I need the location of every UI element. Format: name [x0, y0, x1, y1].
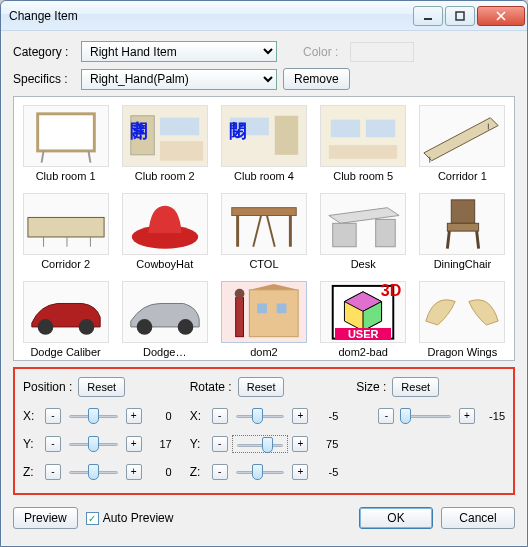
- increment-button[interactable]: +: [126, 408, 142, 424]
- rotate-axis-row: Z:-+-5: [190, 461, 339, 483]
- size-slider[interactable]: [398, 407, 455, 425]
- svg-point-36: [37, 319, 53, 335]
- svg-point-39: [177, 319, 193, 335]
- increment-button[interactable]: +: [292, 408, 308, 424]
- rotate-reset-button[interactable]: Reset: [238, 377, 285, 397]
- position-reset-button[interactable]: Reset: [78, 377, 125, 397]
- gallery-caption: Club room 1: [20, 167, 110, 185]
- svg-rect-11: [275, 116, 298, 155]
- position-slider[interactable]: [65, 463, 122, 481]
- decrement-button[interactable]: -: [212, 436, 228, 452]
- rotate-slider[interactable]: [232, 463, 289, 481]
- footer: Preview ✓ Auto Preview OK Cancel: [13, 501, 515, 529]
- svg-rect-13: [331, 119, 360, 137]
- svg-line-4: [88, 151, 90, 163]
- gallery-thumb: [419, 281, 505, 343]
- rotate-axis-row: X:-+-5: [190, 405, 339, 427]
- gallery-item[interactable]: dom2: [214, 275, 313, 361]
- axis-value: 0: [146, 410, 172, 422]
- remove-button[interactable]: Remove: [283, 68, 350, 90]
- position-column: Position : Reset X:-+0Y:-+17Z:-+0: [23, 377, 172, 487]
- gallery-item[interactable]: Club room 5: [314, 99, 413, 187]
- axis-value: 75: [312, 438, 338, 450]
- size-reset-button[interactable]: Reset: [392, 377, 439, 397]
- category-select[interactable]: Right Hand Item: [81, 41, 277, 62]
- auto-preview-checkbox[interactable]: ✓ Auto Preview: [86, 511, 174, 525]
- increment-button[interactable]: +: [126, 436, 142, 452]
- position-axis-row: X:-+0: [23, 405, 172, 427]
- gallery-thumb: [419, 193, 505, 255]
- decrement-button[interactable]: -: [45, 464, 61, 480]
- axis-label: Z:: [190, 465, 208, 479]
- svg-rect-33: [448, 223, 479, 231]
- svg-rect-24: [232, 207, 296, 215]
- gallery-thumb: [221, 193, 307, 255]
- cancel-button[interactable]: Cancel: [441, 507, 515, 529]
- gallery-item[interactable]: Corridor 1: [413, 99, 512, 187]
- axis-label: Y:: [190, 437, 208, 451]
- position-slider[interactable]: [65, 407, 122, 425]
- svg-rect-44: [277, 303, 287, 313]
- rotate-column: Rotate : Reset X:-+-5Y:-+75Z:-+-5: [190, 377, 339, 487]
- minimize-button[interactable]: [413, 6, 443, 26]
- gallery-item[interactable]: CowboyHat: [115, 187, 214, 275]
- gallery-item[interactable]: Dodge Caliber: [16, 275, 115, 361]
- gallery-thumb: [23, 281, 109, 343]
- svg-rect-8: [160, 141, 203, 161]
- gallery-item[interactable]: 3DUSERdom2-bad: [314, 275, 413, 361]
- svg-rect-19: [28, 217, 104, 237]
- size-axis-row: -+-15: [356, 405, 505, 427]
- svg-rect-31: [376, 219, 396, 246]
- decrement-button[interactable]: -: [45, 436, 61, 452]
- position-slider[interactable]: [65, 435, 122, 453]
- gallery-item[interactable]: Desk: [314, 187, 413, 275]
- maximize-button[interactable]: [445, 6, 475, 26]
- decrement-button[interactable]: -: [378, 408, 394, 424]
- increment-button[interactable]: +: [459, 408, 475, 424]
- specifics-label: Specifics :: [13, 72, 75, 86]
- gallery-item[interactable]: Dragon Wings: [413, 275, 512, 361]
- gallery-item[interactable]: 閉じClub room 4: [214, 99, 313, 187]
- rotate-slider[interactable]: [232, 407, 289, 425]
- gallery-item[interactable]: Corridor 2: [16, 187, 115, 275]
- titlebar[interactable]: Change Item: [1, 1, 527, 31]
- ok-button[interactable]: OK: [359, 507, 433, 529]
- svg-line-3: [41, 151, 43, 163]
- gallery-caption: Dragon Wings: [417, 343, 507, 361]
- gallery-thumb: [320, 105, 406, 167]
- svg-rect-14: [366, 119, 395, 137]
- decrement-button[interactable]: -: [212, 464, 228, 480]
- rotate-slider[interactable]: [232, 435, 289, 453]
- svg-line-28: [267, 215, 275, 246]
- gallery-caption: Club room 5: [318, 167, 408, 185]
- gallery-caption: Club room 2: [120, 167, 210, 185]
- increment-button[interactable]: +: [292, 436, 308, 452]
- decrement-button[interactable]: -: [212, 408, 228, 424]
- item-gallery[interactable]: Club room 1開きClub room 2閉じClub room 4Clu…: [13, 96, 515, 361]
- gallery-item[interactable]: CTOL: [214, 187, 313, 275]
- gallery-thumb: [122, 281, 208, 343]
- svg-marker-16: [424, 117, 498, 160]
- decrement-button[interactable]: -: [45, 408, 61, 424]
- svg-rect-1: [456, 12, 464, 20]
- close-button[interactable]: [477, 6, 525, 26]
- specifics-select[interactable]: Right_Hand(Palm): [81, 69, 277, 90]
- gallery-item[interactable]: Dodge…: [115, 275, 214, 361]
- axis-value: 17: [146, 438, 172, 450]
- svg-rect-43: [257, 303, 267, 313]
- svg-point-37: [78, 319, 94, 335]
- gallery-thumb: [122, 193, 208, 255]
- axis-label: Y:: [23, 437, 41, 451]
- increment-button[interactable]: +: [126, 464, 142, 480]
- svg-rect-41: [249, 290, 298, 337]
- svg-point-38: [136, 319, 152, 335]
- svg-rect-0: [424, 18, 432, 20]
- axis-label: X:: [23, 409, 41, 423]
- preview-button[interactable]: Preview: [13, 507, 78, 529]
- gallery-item[interactable]: DiningChair: [413, 187, 512, 275]
- gallery-thumb: [320, 193, 406, 255]
- increment-button[interactable]: +: [292, 464, 308, 480]
- gallery-caption: dom2-bad: [318, 343, 408, 361]
- gallery-item[interactable]: Club room 1: [16, 99, 115, 187]
- gallery-item[interactable]: 開きClub room 2: [115, 99, 214, 187]
